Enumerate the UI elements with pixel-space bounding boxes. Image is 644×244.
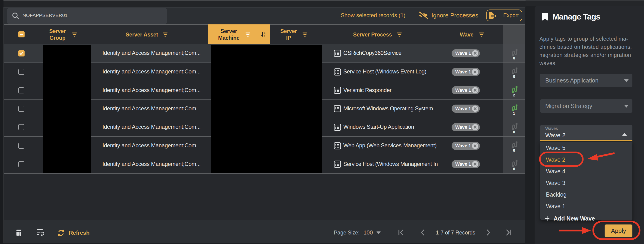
svg-text:Z: Z bbox=[264, 35, 266, 37]
